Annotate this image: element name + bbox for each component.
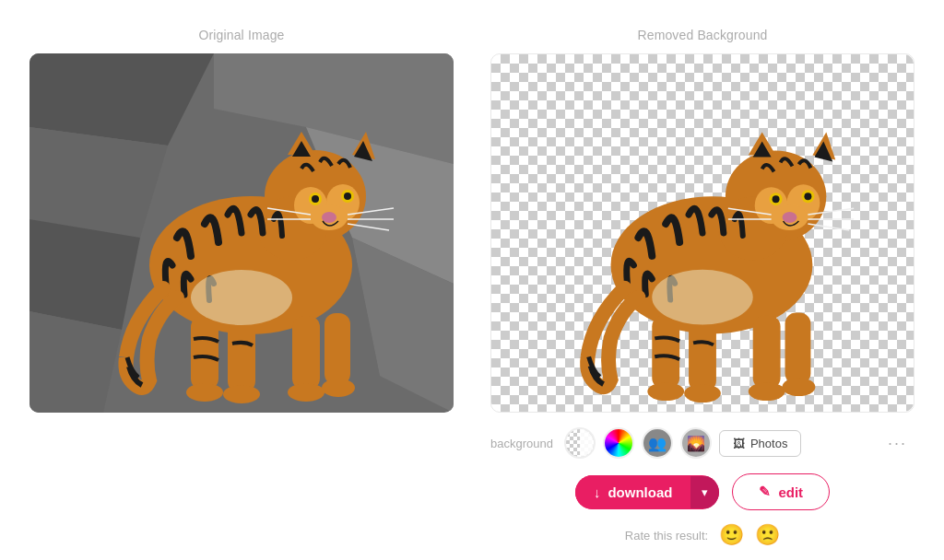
svg-rect-55 [785,313,811,385]
svg-rect-54 [753,316,781,390]
transparent-bg-option[interactable] [564,427,596,459]
removed-label: Removed Background [637,28,767,42]
download-label: download [608,484,672,500]
download-main-button[interactable]: ↓ download [575,475,691,509]
svg-marker-5 [30,219,140,330]
photos-icon: 🖼 [733,437,745,450]
rating-label: Rate this result: [625,529,708,542]
svg-rect-25 [292,316,320,390]
svg-line-63 [808,224,849,230]
original-label: Original Image [198,28,284,42]
svg-rect-26 [324,313,350,385]
edit-button[interactable]: ✎ edit [732,473,830,510]
sad-rating-button[interactable]: 🙁 [755,523,780,547]
svg-point-57 [684,384,721,402]
caret-icon: ▾ [702,485,708,499]
original-image-frame [30,53,454,413]
svg-rect-53 [689,321,716,392]
more-options-button[interactable]: ··· [880,430,914,457]
svg-point-31 [191,270,292,325]
happy-rating-button[interactable]: 🙂 [719,523,744,547]
svg-rect-52 [652,316,679,390]
svg-point-22 [322,212,336,223]
download-icon: ↓ [594,484,601,500]
main-container: Original Image [0,0,944,560]
people-bg-option[interactable]: 👥 [642,427,673,459]
svg-point-51 [783,212,797,223]
tiger-cutout [491,54,914,412]
svg-point-20 [344,192,351,200]
svg-rect-24 [228,321,255,392]
gray-bg-option[interactable]: 🌄 [680,427,712,459]
photos-button-label: Photos [750,437,787,450]
removed-panel: Removed Background [490,28,914,547]
rating-row: Rate this result: 🙂 🙁 [625,523,780,547]
background-toolbar-label: background [490,437,553,450]
svg-point-49 [804,192,811,200]
removed-image-frame [490,53,914,413]
action-row: ↓ download ▾ ✎ edit [575,473,830,510]
svg-point-28 [223,385,260,403]
svg-point-30 [322,379,355,397]
edit-icon: ✎ [759,484,771,500]
svg-point-29 [288,383,324,402]
original-panel: Original Image [30,28,454,413]
removed-tiger-svg [491,54,914,412]
svg-point-58 [749,382,785,401]
original-tiger-svg [30,53,454,413]
svg-rect-23 [191,316,218,390]
svg-point-19 [312,195,319,203]
svg-point-48 [773,195,780,203]
download-caret-button[interactable]: ▾ [690,476,719,508]
svg-point-60 [652,270,752,325]
svg-point-59 [783,378,816,396]
photos-button[interactable]: 🖼 Photos [719,430,801,457]
edit-label: edit [778,484,803,500]
color-bg-option[interactable] [603,427,634,459]
svg-point-56 [647,382,684,401]
background-toolbar: background 👥 🌄 🖼 Photos ··· [490,427,914,459]
download-button-group: ↓ download ▾ [575,475,720,509]
svg-point-27 [186,383,223,402]
